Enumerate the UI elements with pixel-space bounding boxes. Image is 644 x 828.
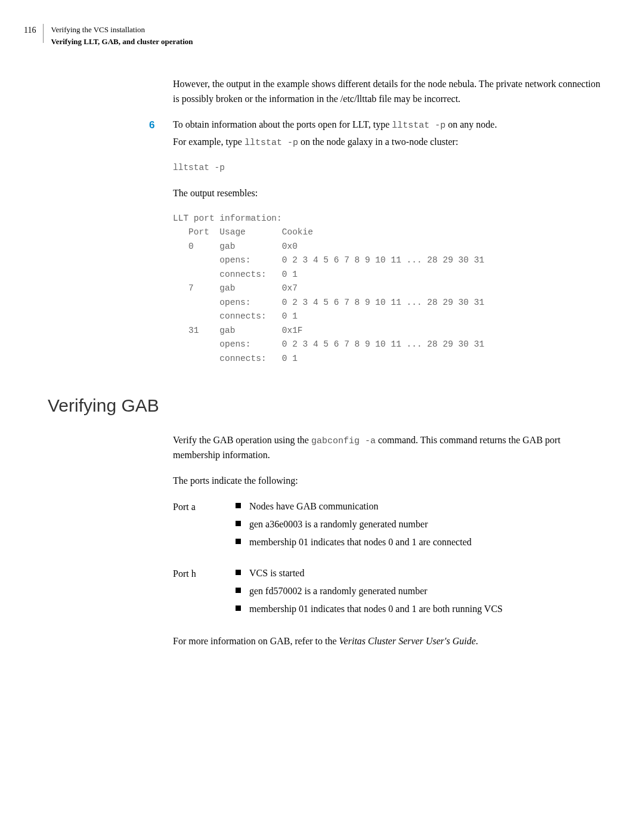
inline-code: lltstat -p — [392, 121, 445, 131]
page-header: 116 Verifying the VCS installation Verif… — [24, 24, 608, 47]
bullet-icon — [236, 570, 241, 575]
heading-verifying-gab: Verifying GAB — [48, 392, 608, 419]
port-table: Port a Nodes have GAB communication gen … — [173, 499, 608, 620]
list-item: Nodes have GAB communication — [236, 499, 608, 514]
list-item-text: Nodes have GAB communication — [249, 499, 378, 514]
list-item: membership 01 indicates that nodes 0 and… — [236, 602, 608, 616]
code-block: lltstat -p — [173, 160, 608, 175]
text-span: . — [476, 636, 478, 646]
text-span: on any node. — [445, 119, 497, 129]
bullet-icon — [236, 521, 241, 526]
port-label: Port a — [173, 499, 236, 553]
port-a-row: Port a Nodes have GAB communication gen … — [173, 499, 608, 553]
text-span: on the node galaxy in a two-node cluster… — [298, 137, 458, 147]
port-a-list: Nodes have GAB communication gen a36e000… — [236, 499, 608, 553]
list-item-text: membership 01 indicates that nodes 0 and… — [249, 535, 472, 549]
list-item: gen fd570002 is a randomly generated num… — [236, 584, 608, 598]
page-number: 116 — [24, 24, 36, 36]
header-text-block: Verifying the VCS installation Verifying… — [51, 24, 193, 47]
header-separator — [43, 24, 44, 43]
step-6: 6 To obtain information about the ports … — [149, 118, 608, 133]
text-span: To obtain information about the ports op… — [173, 119, 392, 129]
list-item-text: gen a36e0003 is a randomly generated num… — [249, 517, 428, 532]
header-title: Verifying the VCS installation — [51, 24, 193, 36]
port-h-row: Port h VCS is started gen fd570002 is a … — [173, 566, 608, 620]
inline-code: lltstat -p — [244, 138, 298, 148]
list-item-text: gen fd570002 is a randomly generated num… — [249, 584, 428, 598]
text-span: Verify the GAB operation using the — [173, 435, 311, 445]
paragraph: Verify the GAB operation using the gabco… — [173, 433, 608, 463]
paragraph: For more information on GAB, refer to th… — [173, 634, 608, 649]
list-item: gen a36e0003 is a randomly generated num… — [236, 517, 608, 532]
inline-code: gabconfig -a — [311, 436, 376, 446]
paragraph: The ports indicate the following: — [173, 474, 608, 489]
list-item-text: membership 01 indicates that nodes 0 and… — [249, 602, 503, 616]
bullet-icon — [236, 503, 241, 508]
paragraph: The output resembles: — [173, 186, 608, 201]
bullet-icon — [236, 539, 241, 544]
bullet-icon — [236, 605, 241, 611]
bullet-icon — [236, 588, 241, 593]
text-span: For example, type — [173, 137, 244, 147]
text-span: For more information on GAB, refer to th… — [173, 636, 339, 646]
list-item: membership 01 indicates that nodes 0 and… — [236, 535, 608, 549]
port-label: Port h — [173, 566, 236, 620]
port-h-list: VCS is started gen fd570002 is a randoml… — [236, 566, 608, 620]
list-item-text: VCS is started — [249, 566, 304, 580]
code-block-output: LLT port information: Port Usage Cookie … — [173, 212, 608, 366]
header-subtitle: Verifying LLT, GAB, and cluster operatio… — [51, 36, 193, 48]
italic-citation: Veritas Cluster Server User's Guide — [339, 636, 476, 646]
list-item: VCS is started — [236, 566, 608, 580]
step-number: 6 — [149, 118, 173, 133]
step-text: To obtain information about the ports op… — [173, 118, 608, 133]
paragraph: However, the output in the example shows… — [173, 77, 608, 107]
paragraph: For example, type lltstat -p on the node… — [173, 135, 608, 150]
